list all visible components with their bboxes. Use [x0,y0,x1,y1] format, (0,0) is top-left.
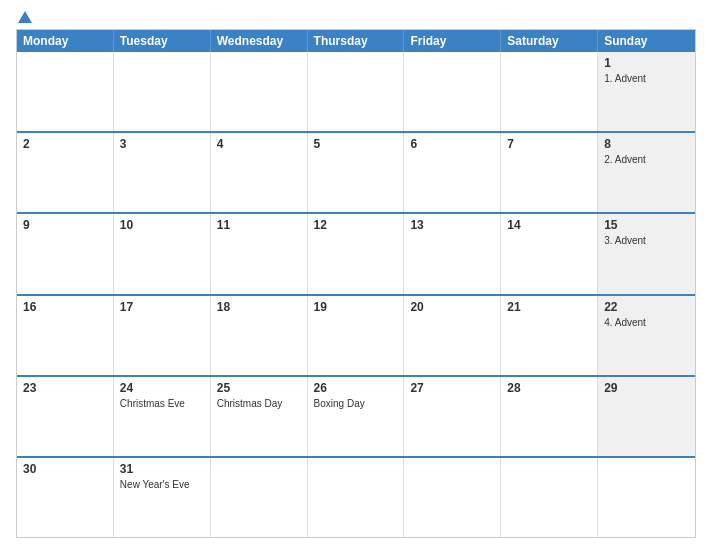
day-number: 4 [217,137,301,151]
calendar-page: MondayTuesdayWednesdayThursdayFridaySatu… [0,0,712,550]
calendar-cell-11: 11 [211,214,308,293]
calendar-week-2: 23456782. Advent [17,131,695,212]
weekday-header-saturday: Saturday [501,30,598,52]
day-number: 3 [120,137,204,151]
event-label: 1. Advent [604,72,689,85]
calendar-cell-20: 20 [404,296,501,375]
calendar-cell-1: 11. Advent [598,52,695,131]
event-label: New Year's Eve [120,478,204,491]
calendar-cell-19: 19 [308,296,405,375]
calendar-week-6: 3031New Year's Eve [17,456,695,537]
calendar-week-4: 161718192021224. Advent [17,294,695,375]
day-number: 27 [410,381,494,395]
day-number: 24 [120,381,204,395]
calendar-cell-3: 3 [114,133,211,212]
calendar-week-5: 2324Christmas Eve25Christmas Day26Boxing… [17,375,695,456]
day-number: 15 [604,218,689,232]
day-number: 25 [217,381,301,395]
day-number: 1 [604,56,689,70]
calendar-weekday-header: MondayTuesdayWednesdayThursdayFridaySatu… [17,30,695,52]
event-label: Christmas Day [217,397,301,410]
day-number: 29 [604,381,689,395]
calendar-cell-4: 4 [211,133,308,212]
calendar-cell-5: 5 [308,133,405,212]
calendar-cell-12: 12 [308,214,405,293]
calendar-cell-25: 25Christmas Day [211,377,308,456]
calendar-cell-27: 27 [404,377,501,456]
calendar-body: 11. Advent23456782. Advent91011121314153… [17,52,695,537]
calendar-cell-6: 6 [404,133,501,212]
event-label: Boxing Day [314,397,398,410]
day-number: 22 [604,300,689,314]
day-number: 31 [120,462,204,476]
day-number: 16 [23,300,107,314]
day-number: 28 [507,381,591,395]
calendar-cell-30: 30 [17,458,114,537]
day-number: 12 [314,218,398,232]
weekday-header-wednesday: Wednesday [211,30,308,52]
day-number: 19 [314,300,398,314]
calendar-cell-8: 82. Advent [598,133,695,212]
calendar-cell-empty-0-5 [501,52,598,131]
calendar-cell-14: 14 [501,214,598,293]
day-number: 10 [120,218,204,232]
calendar-cell-18: 18 [211,296,308,375]
calendar-cell-empty-5-3 [308,458,405,537]
day-number: 14 [507,218,591,232]
logo-triangle-icon [18,11,32,23]
calendar-cell-21: 21 [501,296,598,375]
calendar-cell-15: 153. Advent [598,214,695,293]
calendar-cell-empty-5-5 [501,458,598,537]
day-number: 2 [23,137,107,151]
weekday-header-thursday: Thursday [308,30,405,52]
day-number: 11 [217,218,301,232]
day-number: 18 [217,300,301,314]
day-number: 20 [410,300,494,314]
day-number: 13 [410,218,494,232]
calendar-cell-13: 13 [404,214,501,293]
day-number: 26 [314,381,398,395]
calendar-header [16,12,696,21]
calendar-cell-31: 31New Year's Eve [114,458,211,537]
calendar-cell-empty-5-6 [598,458,695,537]
day-number: 5 [314,137,398,151]
calendar-cell-16: 16 [17,296,114,375]
calendar-cell-empty-0-3 [308,52,405,131]
day-number: 21 [507,300,591,314]
weekday-header-friday: Friday [404,30,501,52]
calendar-cell-empty-0-2 [211,52,308,131]
calendar-week-3: 91011121314153. Advent [17,212,695,293]
svg-marker-0 [18,11,32,23]
event-label: 4. Advent [604,316,689,329]
calendar-cell-2: 2 [17,133,114,212]
day-number: 9 [23,218,107,232]
weekday-header-tuesday: Tuesday [114,30,211,52]
weekday-header-sunday: Sunday [598,30,695,52]
logo [16,12,32,21]
day-number: 17 [120,300,204,314]
calendar-cell-7: 7 [501,133,598,212]
calendar-cell-24: 24Christmas Eve [114,377,211,456]
calendar-cell-22: 224. Advent [598,296,695,375]
event-label: 2. Advent [604,153,689,166]
calendar-cell-28: 28 [501,377,598,456]
calendar-cell-empty-0-4 [404,52,501,131]
calendar-week-1: 11. Advent [17,52,695,131]
day-number: 23 [23,381,107,395]
calendar-cell-9: 9 [17,214,114,293]
calendar-cell-empty-5-2 [211,458,308,537]
calendar-cell-29: 29 [598,377,695,456]
calendar-cell-26: 26Boxing Day [308,377,405,456]
day-number: 30 [23,462,107,476]
day-number: 8 [604,137,689,151]
event-label: 3. Advent [604,234,689,247]
day-number: 7 [507,137,591,151]
calendar-cell-23: 23 [17,377,114,456]
calendar-cell-17: 17 [114,296,211,375]
calendar-cell-10: 10 [114,214,211,293]
event-label: Christmas Eve [120,397,204,410]
calendar-cell-empty-0-1 [114,52,211,131]
calendar-cell-empty-5-4 [404,458,501,537]
calendar-cell-empty-0-0 [17,52,114,131]
weekday-header-monday: Monday [17,30,114,52]
